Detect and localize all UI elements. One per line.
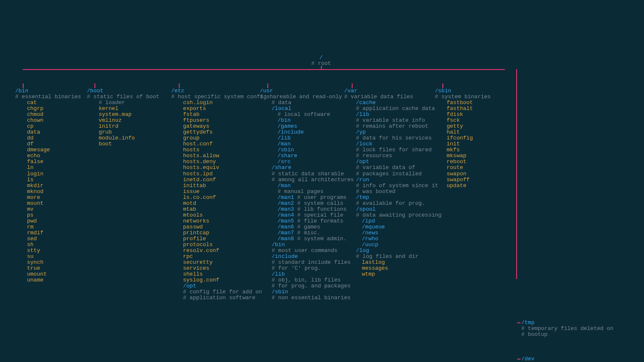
file-entry: boot bbox=[87, 141, 171, 147]
file-entry: ps bbox=[15, 212, 87, 218]
file-entry: pwd bbox=[15, 218, 87, 224]
dir-comment: # host specific system config bbox=[171, 94, 260, 100]
file-entry: motd bbox=[171, 201, 260, 206]
subdir-entry: /share bbox=[260, 165, 344, 171]
file-entry: hosts.equiv bbox=[171, 165, 260, 171]
file-entry: false bbox=[15, 159, 87, 165]
dir-name: /usr bbox=[260, 88, 344, 94]
file-entry: hosts bbox=[171, 147, 260, 153]
file-entry: ls.co.conf bbox=[171, 195, 260, 201]
file-entry: cat bbox=[15, 100, 87, 106]
file-entry: more bbox=[15, 195, 87, 201]
comment-line: # lock files for shared bbox=[344, 147, 435, 153]
file-entry: fstab bbox=[171, 112, 260, 118]
subdir-entry: /src bbox=[260, 159, 344, 165]
file-entry: messages bbox=[344, 265, 435, 271]
subdir-entry: /lpd bbox=[344, 218, 435, 224]
inline-comment: # system calls bbox=[294, 200, 343, 206]
dir-name: /etc bbox=[171, 88, 260, 94]
tree-trunk bbox=[23, 69, 505, 70]
file-entry: issue bbox=[171, 189, 260, 195]
file-entry: reboot bbox=[435, 159, 519, 165]
tree-column-sbin: /sbin# system binariesfastbootfasthaltfd… bbox=[435, 88, 519, 301]
file-entry: syslog.conf bbox=[171, 277, 260, 283]
comment-line: # for prog. and packages bbox=[260, 283, 344, 289]
dir-comment: # variable data files bbox=[344, 94, 435, 100]
comment-line: # log files and dir bbox=[344, 254, 435, 260]
subdir-entry: /man6 # games bbox=[260, 224, 344, 230]
file-entry: chgrp bbox=[15, 106, 87, 112]
subdir-entry: /rwho bbox=[344, 236, 435, 242]
side-entry-dev: /dev# location of special or# device fil… bbox=[521, 356, 600, 362]
file-entry: rmdif bbox=[15, 230, 87, 236]
file-entry: hosts.allow bbox=[171, 153, 260, 159]
tree-columns: /bin# essential binariescatchgrpchmodcho… bbox=[15, 69, 627, 301]
file-entry: fdisk bbox=[435, 112, 519, 118]
dir-name: /bin bbox=[15, 88, 87, 94]
subdir-entry: /log bbox=[344, 248, 435, 254]
tree-column-bin: /bin# essential binariescatchgrpchmodcho… bbox=[15, 88, 87, 301]
comment-line: # variable data of bbox=[344, 165, 435, 171]
file-entry: hosts.lpd bbox=[171, 171, 260, 177]
file-entry: shells bbox=[171, 271, 260, 277]
file-entry: inetd.conf bbox=[171, 177, 260, 183]
subdir-entry: /man3 # lib functions bbox=[260, 206, 344, 212]
dir-name: /tmp bbox=[521, 320, 613, 326]
comment-line: # was booted bbox=[344, 189, 435, 195]
comment-line: # for 'C' prog. bbox=[260, 265, 344, 271]
file-entry: sh bbox=[15, 242, 87, 248]
file-entry: mtab bbox=[171, 206, 260, 212]
dir-comment: # shareable and read-only bbox=[260, 94, 344, 100]
file-entry: data bbox=[15, 129, 87, 135]
dir-name: /dev bbox=[521, 356, 600, 362]
comment-line: # local software bbox=[260, 112, 344, 118]
dir-comment: # static files of boot bbox=[87, 94, 171, 100]
inline-comment: # special file bbox=[294, 212, 343, 218]
subdir-entry: /opt bbox=[171, 283, 260, 289]
tree-connector bbox=[94, 83, 95, 88]
tree-connector bbox=[179, 83, 180, 88]
file-entry: rpc bbox=[171, 254, 260, 260]
file-entry: mv bbox=[15, 206, 87, 212]
comment-line: # remains after reboot bbox=[344, 123, 435, 129]
subdir-entry: /man4 # special file bbox=[260, 212, 344, 218]
file-entry: ls bbox=[15, 177, 87, 183]
subdir-entry: /lib bbox=[260, 271, 344, 277]
comment-line: # standard include files bbox=[260, 260, 344, 265]
tree-column-usr: /usr# shareable and read-only# data/loca… bbox=[260, 88, 344, 301]
inline-comment: # system admin. bbox=[294, 236, 347, 242]
comment-line: # most user commands bbox=[260, 248, 344, 254]
tree-column-boot: /boot# static files of boot# loaderkerne… bbox=[87, 88, 171, 301]
file-entry: df bbox=[15, 141, 87, 147]
file-entry: services bbox=[171, 265, 260, 271]
subdir-entry: /include bbox=[260, 129, 344, 135]
subdir-entry: /games bbox=[260, 123, 344, 129]
file-entry: wtmp bbox=[344, 271, 435, 277]
file-entry: mount bbox=[15, 201, 87, 206]
tree-right-vline bbox=[516, 69, 517, 279]
file-entry: rm bbox=[15, 224, 87, 230]
file-entry: sed bbox=[15, 236, 87, 242]
inline-comment: # user programs bbox=[294, 194, 347, 201]
root-path: / bbox=[15, 55, 627, 61]
dir-name: /var bbox=[344, 88, 435, 94]
file-entry: true bbox=[15, 265, 87, 271]
root-node: / # root bbox=[15, 55, 627, 67]
dir-comment: # temporary files deleted on bbox=[521, 326, 613, 332]
side-entry-tmp: /tmp# temporary files deleted on# bootup bbox=[521, 320, 613, 338]
subdir-entry: /tmp bbox=[344, 195, 435, 201]
subdir-entry: /sbin bbox=[260, 289, 344, 295]
file-entry: grub bbox=[87, 129, 171, 135]
file-entry: hosts.deny bbox=[171, 159, 260, 165]
file-entry: profile bbox=[171, 236, 260, 242]
subdir-entry: /bin bbox=[260, 118, 344, 123]
dir-name: /boot bbox=[87, 88, 171, 94]
subdir-entry: /local bbox=[260, 106, 344, 112]
file-entry: vmlinuz bbox=[87, 118, 171, 123]
tree-connector bbox=[517, 322, 520, 323]
comment-line: # application software bbox=[171, 295, 260, 301]
subdir-entry: /man bbox=[260, 141, 344, 147]
file-entry: mkfs bbox=[435, 147, 519, 153]
file-entry: csh.login bbox=[171, 100, 260, 106]
comment-line: # data awaiting processing bbox=[344, 212, 435, 218]
